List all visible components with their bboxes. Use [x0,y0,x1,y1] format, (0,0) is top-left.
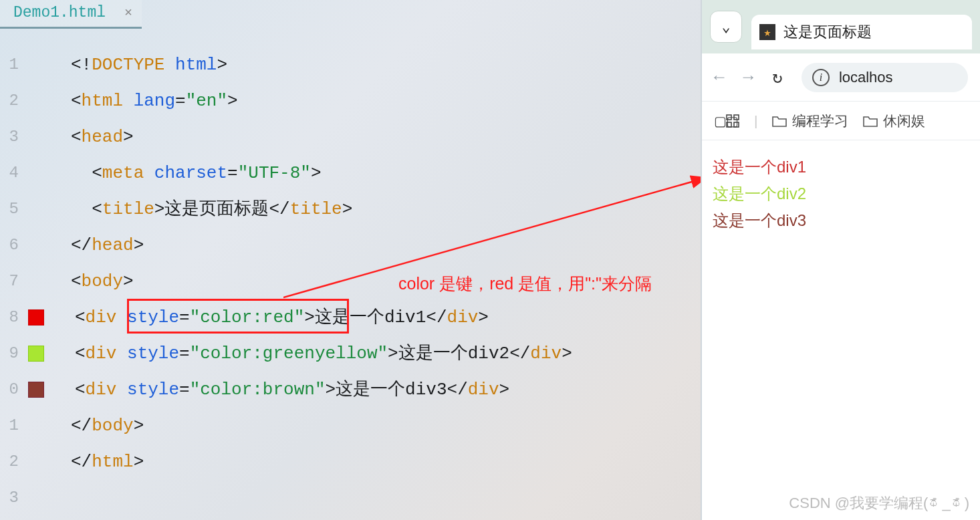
line-number: 2 [0,83,25,119]
browser-preview: ⌄ ★ 这是页面标题 ← → ↻ i localhos ▢▢ | 编程学习 [701,0,980,520]
bookmark-label: 编程学习 [792,112,848,130]
browser-toolbar: ← → ↻ i localhos [702,53,980,102]
info-icon[interactable]: i [812,69,830,86]
code-line[interactable]: 8<div style="color:red">这是一个div1</div> [0,299,701,336]
code-line[interactable]: 1</body> [0,408,701,444]
close-icon[interactable]: × [124,5,132,21]
separator: | [754,113,757,129]
code-line[interactable]: 1<!DOCTYPE html> [0,47,701,83]
code-content: <div style="color:red">这是一个div1</div> [29,299,489,336]
tab-dropdown-button[interactable]: ⌄ [710,11,742,43]
tab-filename: Demo1.html [13,4,106,21]
svg-rect-3 [734,115,739,120]
browser-tab-title: 这是页面标题 [783,22,872,42]
line-number: 1 [0,408,25,444]
code-content: <head> [25,119,134,155]
line-number: 7 [0,263,25,299]
code-content: <div style="color:greenyellow">这是一个div2<… [29,336,572,372]
code-line[interactable]: 6</head> [0,227,701,263]
bookmarks-bar: ▢▢ | 编程学习 休闲娱 [702,102,980,140]
code-line[interactable]: 9<div style="color:greenyellow">这是一个div2… [0,336,701,372]
code-content: <title>这是页面标题</title> [25,191,352,227]
folder-icon [863,115,878,127]
bookmark-label: 休闲娱 [883,112,925,130]
apps-grid-icon[interactable] [726,114,739,128]
code-line[interactable]: 5 <title>这是页面标题</title> [0,191,701,227]
code-content: <body> [25,263,134,299]
svg-rect-2 [727,115,731,120]
output-div1: 这是一个div1 [713,154,969,180]
address-bar[interactable]: i localhos [802,63,968,92]
folder-icon [772,115,787,127]
color-swatch-icon [28,382,44,398]
output-div3: 这是一个div3 [713,207,969,234]
code-line[interactable]: 3<head> [0,119,701,155]
browser-tab[interactable]: ★ 这是页面标题 [751,15,972,49]
line-number: 9 [0,336,25,372]
output-div2: 这是一个div2 [713,180,969,207]
svg-rect-5 [734,122,739,127]
line-number: 2 [0,444,25,480]
chevron-down-icon: ⌄ [721,18,730,36]
line-number: 0 [0,372,25,408]
watermark: CSDN @我要学编程(ಥ_ಥ) [789,493,969,513]
file-tab[interactable]: Demo1.html × [0,0,142,29]
line-number: 3 [0,119,25,155]
line-number: 6 [0,227,25,263]
code-line[interactable]: 2</html> [0,444,701,480]
code-line[interactable]: 4 <meta charset="UTF-8"> [0,155,701,191]
code-line[interactable]: 3 [0,480,701,516]
code-line[interactable]: 0<div style="color:brown">这是一个div3</div> [0,372,701,408]
line-number: 4 [0,155,25,191]
reload-icon[interactable]: ↻ [772,67,783,88]
bookmark-folder-2[interactable]: 休闲娱 [863,112,925,130]
line-number: 3 [0,480,25,516]
code-content: <meta charset="UTF-8"> [25,155,322,191]
back-icon[interactable]: ← [714,68,725,88]
page-content: 这是一个div1 这是一个div2 这是一个div3 [702,140,980,247]
browser-tab-area: ⌄ ★ 这是页面标题 [702,0,980,53]
editor-tab-bar: Demo1.html × [0,0,701,27]
line-number: 8 [0,299,25,336]
code-content: </body> [25,408,144,444]
line-number: 5 [0,191,25,227]
code-content: <html lang="en"> [25,83,238,119]
url-text: localhos [839,69,893,86]
color-swatch-icon [28,309,44,326]
favicon-icon: ★ [759,24,775,40]
bookmark-folder-1[interactable]: 编程学习 [772,112,848,130]
color-swatch-icon [28,346,44,362]
svg-rect-4 [727,122,731,127]
code-content: <!DOCTYPE html> [25,47,227,83]
code-content: </head> [25,227,144,263]
code-content: </html> [25,444,144,480]
forward-icon[interactable]: → [743,68,754,88]
code-content: <div style="color:brown">这是一个div3</div> [29,372,509,408]
code-line[interactable]: 2<html lang="en"> [0,83,701,119]
line-number: 1 [0,47,25,83]
annotation-text: color 是键，red 是值，用":"来分隔 [398,273,652,295]
